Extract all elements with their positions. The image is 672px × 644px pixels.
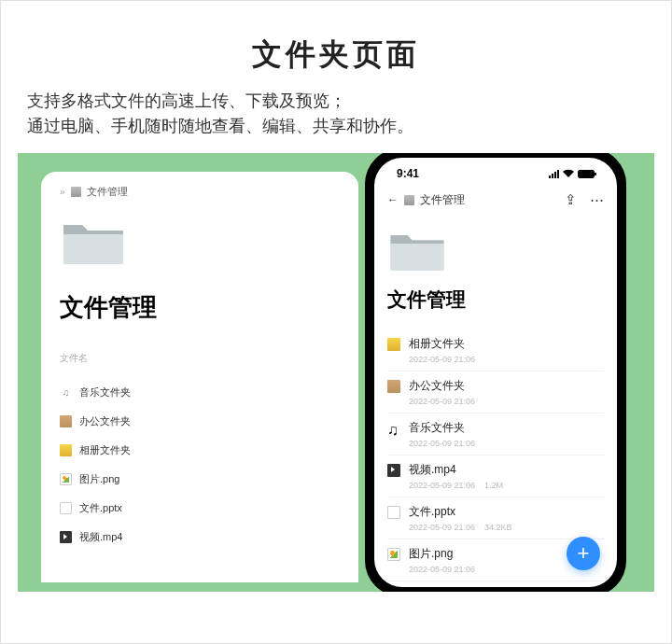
chevron-icon: » [60, 187, 65, 197]
folder-icon [387, 380, 400, 393]
column-header: 文件名 [60, 352, 340, 365]
music-icon: ♫ [387, 422, 400, 435]
breadcrumb-label: 文件管理 [87, 185, 128, 199]
list-item[interactable]: 办公文件夹 [60, 407, 340, 436]
add-button[interactable]: + [567, 537, 600, 570]
back-icon[interactable]: ← [387, 193, 399, 206]
list-item[interactable]: ♫音乐文件夹2022-05-09 21:06 [387, 413, 604, 455]
page-title: 文件夹页面 [18, 35, 654, 76]
album-icon [387, 338, 400, 351]
list-item[interactable]: 图片.png [60, 465, 340, 494]
video-icon [60, 531, 72, 543]
folder-hero-icon [387, 229, 447, 273]
phone-mockup: 9:41 ← 文件管理 ⇪ ⋯ [365, 153, 626, 592]
list-item[interactable]: 视频.mp4 [60, 523, 340, 552]
folder-hero-icon [60, 217, 127, 268]
desktop-mockup: » 文件管理 文件管理 文件名 ♫音乐文件夹 办公文件夹 相册文件夹 图片.pn… [41, 172, 358, 582]
document-icon [60, 502, 72, 514]
showcase-area: » 文件管理 文件管理 文件名 ♫音乐文件夹 办公文件夹 相册文件夹 图片.pn… [18, 153, 654, 592]
phone-screen: 9:41 ← 文件管理 ⇪ ⋯ [374, 158, 617, 587]
document-icon [387, 506, 400, 519]
signal-icon [549, 170, 559, 178]
more-icon[interactable]: ⋯ [590, 191, 604, 208]
music-icon: ♫ [60, 386, 72, 399]
video-icon [387, 464, 400, 477]
image-icon [387, 548, 400, 561]
list-item[interactable]: ♫音乐文件夹 [60, 378, 340, 407]
file-list: ♫音乐文件夹 办公文件夹 相册文件夹 图片.png 文件.pptx 视频.mp4 [60, 378, 340, 552]
list-item[interactable]: 相册文件夹2022-05-09 21:06 [387, 329, 604, 371]
album-icon [60, 444, 72, 456]
list-item[interactable]: 视频.mp42022-05-09 21:061.2M [387, 455, 604, 497]
list-item[interactable]: 办公文件夹2022-05-09 21:06 [387, 371, 604, 413]
battery-icon [578, 170, 595, 178]
wifi-icon [562, 169, 575, 178]
desktop-title: 文件管理 [60, 291, 340, 324]
status-time: 9:41 [397, 167, 419, 180]
page-description: 支持多格式文件的高速上传、下载及预览； 通过电脑、手机随时随地查看、编辑、共享和… [18, 89, 654, 139]
folder-icon [60, 415, 72, 427]
list-item[interactable]: 相册文件夹 [60, 436, 340, 465]
share-icon[interactable]: ⇪ [565, 191, 577, 208]
folder-icon [71, 187, 81, 197]
breadcrumb[interactable]: » 文件管理 [60, 185, 340, 199]
breadcrumb-label: 文件管理 [420, 192, 465, 208]
status-bar: 9:41 [387, 163, 604, 188]
folder-icon [404, 195, 414, 205]
list-item[interactable]: 文件.pptx2022-05-09 21:0634.2KB [387, 497, 604, 539]
image-icon [60, 473, 72, 485]
watermark: 新浪众测 [602, 618, 665, 637]
phone-header: ← 文件管理 ⇪ ⋯ [387, 188, 604, 217]
list-item[interactable]: 文件.pptx [60, 494, 340, 523]
promo-frame: 文件夹页面 支持多格式文件的高速上传、下载及预览； 通过电脑、手机随时随地查看、… [0, 0, 672, 644]
phone-title: 文件管理 [387, 287, 604, 313]
